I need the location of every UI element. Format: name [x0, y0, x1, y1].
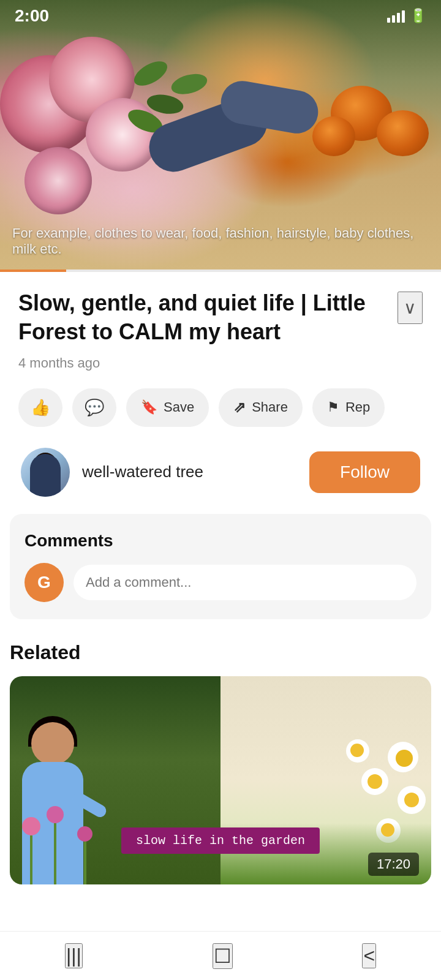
report-button[interactable]: ⚑ Rep: [312, 388, 385, 427]
share-icon: ⇗: [233, 399, 246, 416]
hero-caption: For example, clothes to wear, food, fash…: [12, 225, 429, 257]
collapse-button[interactable]: ∨: [398, 292, 423, 324]
action-buttons: 👍 💬 🔖 Save ⇗ Share ⚑ Rep: [18, 388, 423, 429]
avatar[interactable]: [21, 448, 70, 497]
comments-title: Comments: [24, 531, 417, 551]
comment-input[interactable]: [74, 565, 417, 600]
comment-icon: 💬: [85, 398, 104, 417]
comment-button[interactable]: 💬: [72, 388, 116, 427]
status-bar: 2:00 🔋: [0, 0, 441, 29]
related-title: Related: [10, 641, 431, 664]
content-area: Slow, gentle, and quiet life | Little Fo…: [0, 272, 441, 497]
signal-icon: [387, 9, 405, 23]
navigation-bar: ||| ☐ <: [0, 931, 441, 980]
report-icon: ⚑: [327, 399, 339, 415]
progress-bar[interactable]: [0, 270, 441, 272]
thumb-icon: 👍: [31, 398, 50, 417]
user-avatar: G: [24, 563, 64, 602]
comment-input-row: G: [24, 563, 417, 602]
back-icon: <: [363, 944, 375, 967]
progress-fill: [0, 270, 66, 272]
video-label: slow life in the garden: [121, 827, 320, 854]
home-icon: ☐: [214, 945, 232, 967]
nav-menu-button[interactable]: |||: [65, 943, 83, 968]
save-button[interactable]: 🔖 Save: [126, 388, 209, 427]
battery-icon: 🔋: [410, 8, 426, 24]
like-button[interactable]: 👍: [18, 388, 62, 427]
author-row: well-watered tree Follow: [18, 448, 423, 497]
video-duration: 17:20: [368, 853, 419, 876]
title-row: Slow, gentle, and quiet life | Little Fo…: [18, 289, 423, 347]
share-button[interactable]: ⇗ Share: [219, 388, 303, 427]
related-section: Related: [0, 641, 441, 884]
timestamp: 4 months ago: [18, 355, 423, 371]
related-card[interactable]: slow life in the garden 17:20: [10, 676, 431, 884]
hero-image: For example, clothes to wear, food, fash…: [0, 0, 441, 270]
save-icon: 🔖: [141, 399, 157, 415]
author-name: well-watered tree: [82, 462, 297, 481]
status-time: 2:00: [15, 6, 49, 26]
comments-section: Comments G: [10, 514, 431, 619]
follow-button[interactable]: Follow: [309, 451, 420, 493]
status-icons: 🔋: [387, 8, 426, 24]
nav-back-button[interactable]: <: [362, 943, 376, 968]
article-title: Slow, gentle, and quiet life | Little Fo…: [18, 289, 388, 347]
menu-icon: |||: [66, 944, 81, 967]
nav-home-button[interactable]: ☐: [213, 943, 233, 969]
chevron-down-icon: ∨: [404, 298, 417, 317]
